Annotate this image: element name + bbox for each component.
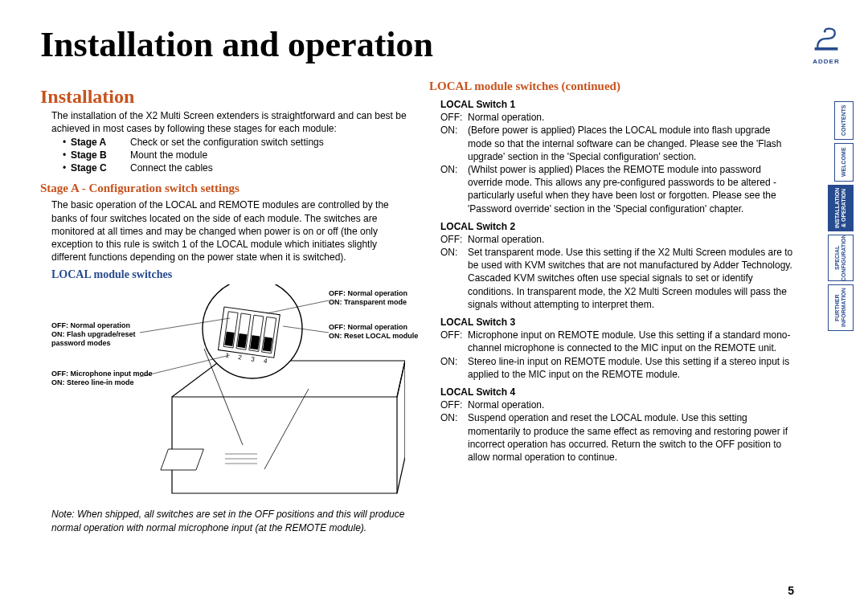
nav-special-configuration[interactable]: SPECIAL CONFIGURATION (828, 235, 854, 281)
diagram-label-sw3: OFF: Microphone input mode ON: Stereo li… (51, 370, 156, 387)
nav-installation-operation[interactable]: INSTALLATION & OPERATION (828, 185, 854, 231)
stage-list: •Stage ACheck or set the configuration s… (63, 137, 407, 174)
stage-a-item: •Stage ACheck or set the configuration s… (63, 137, 407, 148)
stage-c-item: •Stage CConnect the cables (63, 162, 407, 174)
diagram-label-sw2: OFF: Normal operation ON: Transparent mo… (329, 289, 417, 307)
nav-welcome[interactable]: WELCOME (834, 143, 854, 182)
diagram-label-sw4: OFF: Normal operation ON: Reset LOCAL mo… (329, 323, 425, 341)
brand-logo: ADDER (807, 26, 845, 65)
installation-heading: Installation (40, 86, 407, 108)
local-switch-4: LOCAL Switch 4 OFF:Normal operation. ON:… (440, 386, 796, 464)
nav-contents[interactable]: CONTENTS (834, 101, 854, 140)
local-switch-2: LOCAL Switch 2 OFF:Normal operation. ON:… (440, 220, 796, 311)
local-switches-heading: LOCAL module switches (51, 268, 407, 281)
stage-b-item: •Stage BMount the module (63, 149, 407, 161)
shipping-note: Note: When shipped, all switches are set… (51, 508, 407, 533)
installation-intro: The installation of the X2 Multi Screen … (51, 109, 407, 135)
switch-diagram: 1 2 3 4 OFF: Normal operation ON: Flash … (51, 284, 405, 501)
page-number: 5 (788, 584, 794, 597)
page-title: Installation and operation (40, 24, 796, 65)
brand-name: ADDER (807, 58, 845, 65)
stage-a-text: The basic operation of the LOCAL and REM… (51, 198, 407, 264)
left-column: Installation The installation of the X2 … (40, 80, 407, 534)
local-continued-heading: LOCAL module switches (continued) (429, 80, 796, 93)
local-switch-1: LOCAL Switch 1 OFF:Normal operation. ON:… (440, 98, 796, 215)
side-navigation: CONTENTS WELCOME INSTALLATION & OPERATIO… (809, 101, 854, 334)
right-column: LOCAL module switches (continued) LOCAL … (429, 80, 796, 534)
svg-line-6 (264, 389, 309, 469)
stage-a-heading: Stage A - Configuration switch settings (40, 182, 407, 195)
local-switch-3: LOCAL Switch 3 OFF:Microphone input on R… (440, 316, 796, 381)
svg-rect-1 (161, 449, 203, 470)
diagram-label-sw1: OFF: Normal operation ON: Flash upgrade/… (51, 321, 148, 347)
svg-point-0 (824, 31, 826, 33)
nav-further-information[interactable]: FURTHER INFORMATION (828, 284, 854, 331)
snake-icon (812, 26, 841, 55)
